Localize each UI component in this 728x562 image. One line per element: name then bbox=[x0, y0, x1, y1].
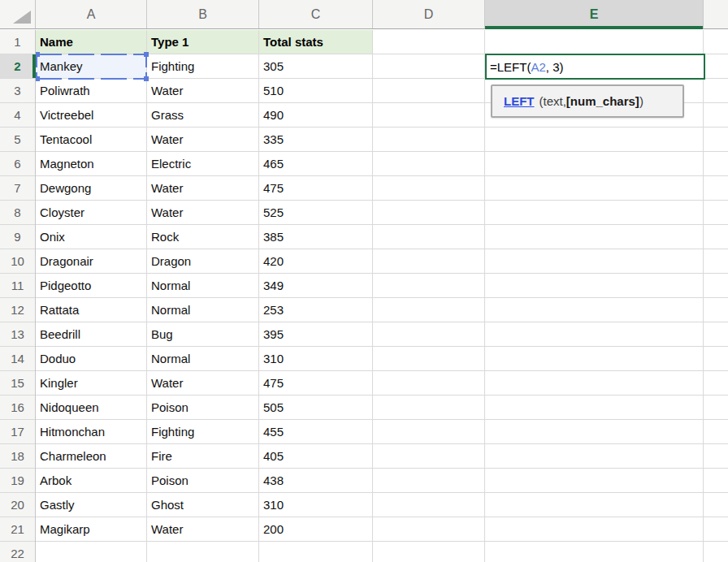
row-header-4[interactable]: 4 bbox=[0, 103, 35, 128]
cell-total[interactable]: 395 bbox=[259, 322, 373, 347]
cell-total[interactable]: 200 bbox=[259, 517, 373, 542]
cell-name[interactable]: Magikarp bbox=[36, 517, 147, 542]
cell-type[interactable]: Fighting bbox=[147, 54, 259, 79]
cell-name[interactable]: Rattata bbox=[36, 298, 147, 322]
column-header-a[interactable]: A bbox=[36, 0, 147, 28]
cell-total[interactable]: 455 bbox=[259, 420, 373, 444]
cell-total[interactable]: 510 bbox=[259, 79, 373, 103]
cell-name[interactable]: Mankey bbox=[36, 54, 147, 79]
select-all-corner[interactable] bbox=[0, 0, 36, 28]
cell-total[interactable]: 310 bbox=[259, 493, 373, 517]
cell-type[interactable]: Water bbox=[147, 128, 259, 152]
cell-type[interactable]: Water bbox=[147, 79, 259, 103]
cell-total[interactable]: 438 bbox=[259, 469, 373, 493]
column-header-b[interactable]: B bbox=[147, 0, 259, 28]
cell-type[interactable]: Dragon bbox=[147, 249, 259, 274]
row-header-21[interactable]: 21 bbox=[0, 517, 35, 542]
cell-name[interactable]: Nidoqueen bbox=[36, 396, 147, 420]
row-header-9[interactable]: 9 bbox=[0, 225, 35, 249]
cell-name[interactable]: Tentacool bbox=[36, 128, 147, 152]
row-header-10[interactable]: 10 bbox=[0, 249, 35, 274]
cell-total[interactable]: 505 bbox=[259, 396, 373, 420]
row-header-1[interactable]: 1 bbox=[0, 30, 35, 54]
row-header-22[interactable]: 22 bbox=[0, 542, 35, 562]
row-header-15[interactable]: 15 bbox=[0, 371, 35, 396]
row-header-6[interactable]: 6 bbox=[0, 152, 35, 176]
column-header-c[interactable]: C bbox=[259, 0, 373, 28]
cell-type[interactable]: Fighting bbox=[147, 420, 259, 444]
cell-total[interactable]: 475 bbox=[259, 371, 373, 396]
column-header-e-selected[interactable]: E bbox=[485, 0, 704, 28]
function-name-link[interactable]: LEFT bbox=[504, 94, 535, 108]
cell-name[interactable]: Poliwrath bbox=[36, 79, 147, 103]
cell-total[interactable]: 310 bbox=[259, 347, 373, 371]
cell-total[interactable]: 475 bbox=[259, 176, 373, 201]
cell-name[interactable]: Beedrill bbox=[36, 322, 147, 347]
cell-type[interactable]: Normal bbox=[147, 347, 259, 371]
cell-type[interactable]: Grass bbox=[147, 103, 259, 128]
cell-name[interactable]: Dewgong bbox=[36, 176, 147, 201]
row-header-13[interactable]: 13 bbox=[0, 322, 35, 347]
cell-grid: Name Type 1 Total stats Mankey Fighting … bbox=[36, 30, 728, 562]
row-header-16[interactable]: 16 bbox=[0, 396, 35, 420]
cell-type[interactable]: Rock bbox=[147, 225, 259, 249]
cell-name[interactable]: Kingler bbox=[36, 371, 147, 396]
active-cell-formula-editor[interactable]: =LEFT(A2, 3) bbox=[485, 54, 705, 80]
column-header-d[interactable]: D bbox=[373, 0, 485, 28]
cell-name[interactable]: Hitmonchan bbox=[36, 420, 147, 444]
cell-name[interactable]: Pidgeotto bbox=[36, 274, 147, 298]
cell-total[interactable]: 253 bbox=[259, 298, 373, 322]
row-header-3[interactable]: 3 bbox=[0, 79, 35, 103]
cell-total[interactable]: 420 bbox=[259, 249, 373, 274]
formula-cell-reference: A2 bbox=[531, 60, 545, 74]
cell-name[interactable]: Gastly bbox=[36, 493, 147, 517]
row-header-17[interactable]: 17 bbox=[0, 420, 35, 444]
select-all-triangle-icon bbox=[13, 11, 31, 24]
cell-type[interactable]: Poison bbox=[147, 469, 259, 493]
cell-total[interactable]: 525 bbox=[259, 201, 373, 225]
cell-total[interactable]: 490 bbox=[259, 103, 373, 128]
cell-name[interactable]: Victreebel bbox=[36, 103, 147, 128]
column-header-f[interactable] bbox=[704, 0, 728, 28]
row-header-8[interactable]: 8 bbox=[0, 201, 35, 225]
cell-type[interactable]: Water bbox=[147, 517, 259, 542]
cell-type[interactable]: Water bbox=[147, 201, 259, 225]
cell-name[interactable]: Cloyster bbox=[36, 201, 147, 225]
row-header-20[interactable]: 20 bbox=[0, 493, 35, 517]
cell-name[interactable]: Arbok bbox=[36, 469, 147, 493]
header-cell-total[interactable]: Total stats bbox=[259, 30, 373, 54]
row-header-14[interactable]: 14 bbox=[0, 347, 35, 371]
row-header-18[interactable]: 18 bbox=[0, 444, 35, 469]
cell-name[interactable]: Dragonair bbox=[36, 249, 147, 274]
cell-name[interactable]: Magneton bbox=[36, 152, 147, 176]
cell-total[interactable]: 385 bbox=[259, 225, 373, 249]
cell-type[interactable]: Bug bbox=[147, 322, 259, 347]
row-header-5[interactable]: 5 bbox=[0, 128, 35, 152]
cell-type[interactable]: Poison bbox=[147, 396, 259, 420]
cell-total[interactable]: 465 bbox=[259, 152, 373, 176]
tooltip-optional-arg: [num_chars] bbox=[566, 94, 639, 108]
row-header-7[interactable]: 7 bbox=[0, 176, 35, 201]
row-header-19[interactable]: 19 bbox=[0, 469, 35, 493]
cell-name[interactable]: Doduo bbox=[36, 347, 147, 371]
cell-name[interactable]: Charmeleon bbox=[36, 444, 147, 469]
table-row-4: Victreebel Grass 490 bbox=[36, 103, 519, 128]
cell-total[interactable]: 349 bbox=[259, 274, 373, 298]
header-cell-name[interactable]: Name bbox=[36, 30, 147, 54]
row-header-11[interactable]: 11 bbox=[0, 274, 35, 298]
cell-name[interactable]: Onix bbox=[36, 225, 147, 249]
header-cell-type[interactable]: Type 1 bbox=[147, 30, 259, 54]
row-header-12[interactable]: 12 bbox=[0, 298, 35, 322]
cell-total[interactable]: 335 bbox=[259, 128, 373, 152]
cell-type[interactable]: Fire bbox=[147, 444, 259, 469]
cell-type[interactable]: Ghost bbox=[147, 493, 259, 517]
cell-total[interactable]: 405 bbox=[259, 444, 373, 469]
column-e-selection-accent bbox=[485, 26, 703, 29]
cell-type[interactable]: Normal bbox=[147, 298, 259, 322]
cell-type[interactable]: Normal bbox=[147, 274, 259, 298]
cell-total[interactable]: 305 bbox=[259, 54, 373, 79]
cell-type[interactable]: Water bbox=[147, 371, 259, 396]
row-header-2-selected[interactable]: 2 bbox=[0, 54, 35, 79]
cell-type[interactable]: Water bbox=[147, 176, 259, 201]
cell-type[interactable]: Electric bbox=[147, 152, 259, 176]
